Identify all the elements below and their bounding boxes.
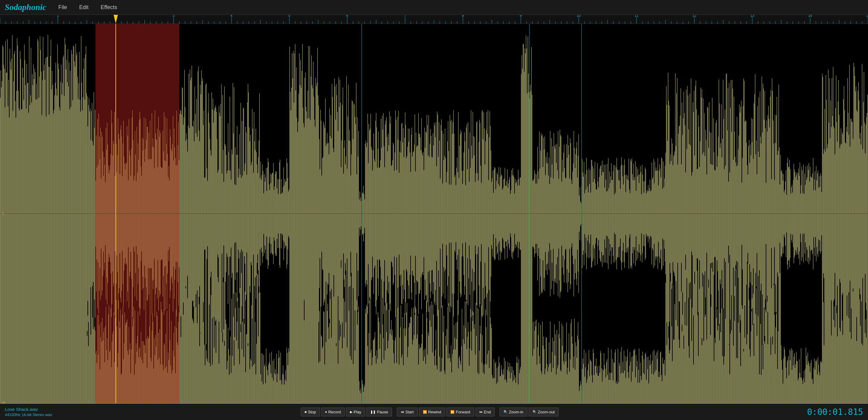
menubar: Sodaphonic File Edit Effects [0, 0, 868, 15]
play-button[interactable]: ▶ Play [346, 408, 365, 416]
stop-button[interactable]: ■ Stop [301, 408, 320, 416]
app: Sodaphonic File Edit Effects Love Shack.… [0, 0, 868, 420]
app-title: Sodaphonic [5, 2, 46, 12]
menu-effects[interactable]: Effects [98, 3, 120, 12]
stop-label: Stop [308, 410, 316, 414]
transport-controls: ■ Stop ● Record ▶ Play ❚❚ Pause ⏮ Start [301, 408, 559, 416]
play-icon: ▶ [350, 410, 352, 414]
file-info: Love Shack.wav 44100Hz 16-bit Stereo wav [5, 407, 52, 417]
stop-icon: ■ [305, 410, 307, 414]
rewind-button[interactable]: ⏪ Rewind [419, 408, 445, 416]
timeline-ruler [0, 15, 868, 24]
forward-button[interactable]: ⏩ Forward [446, 408, 474, 416]
time-display: 0:00:01.815 [807, 407, 863, 417]
zoom-in-label: Zoom-in [509, 410, 523, 414]
start-label: Start [405, 410, 413, 414]
end-button[interactable]: ⏭ End [475, 408, 495, 416]
zoom-in-icon: 🔍 [503, 410, 508, 414]
pause-button[interactable]: ❚❚ Pause [366, 408, 392, 416]
zoom-in-button[interactable]: 🔍 Zoom-in [500, 408, 527, 416]
menu-edit[interactable]: Edit [77, 3, 91, 12]
record-button[interactable]: ● Record [321, 408, 345, 416]
bottombar: Love Shack.wav 44100Hz 16-bit Stereo wav… [0, 403, 868, 420]
rewind-icon: ⏪ [423, 410, 427, 414]
record-icon: ● [325, 410, 327, 414]
forward-label: Forward [456, 410, 470, 414]
record-label: Record [328, 410, 341, 414]
zoom-out-icon: 🔍 [532, 410, 537, 414]
rewind-label: Rewind [428, 410, 441, 414]
pause-icon: ❚❚ [370, 410, 376, 414]
file-name: Love Shack.wav [5, 407, 52, 412]
pause-label: Pause [377, 410, 388, 414]
waveform-container[interactable] [0, 24, 868, 403]
menu-file[interactable]: File [56, 3, 69, 12]
start-button[interactable]: ⏮ Start [397, 408, 417, 416]
play-label: Play [353, 410, 361, 414]
start-icon: ⏮ [401, 410, 404, 414]
end-icon: ⏭ [479, 410, 483, 414]
file-details: 44100Hz 16-bit Stereo wav [5, 413, 52, 417]
end-label: End [484, 410, 491, 414]
zoom-out-label: Zoom-out [538, 410, 555, 414]
zoom-out-button[interactable]: 🔍 Zoom-out [529, 408, 559, 416]
forward-icon: ⏩ [450, 410, 455, 414]
